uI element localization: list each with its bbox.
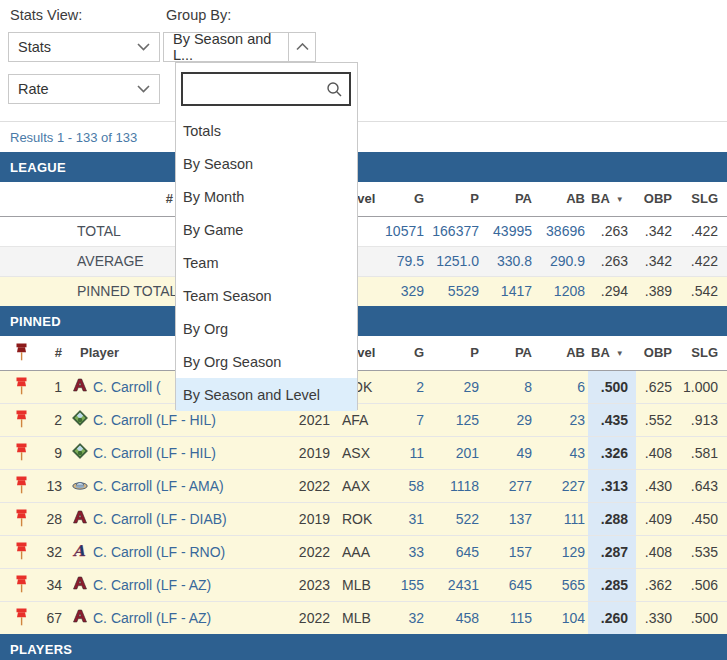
menu-item-by-season-and-level[interactable]: By Season and Level	[176, 378, 357, 411]
stat-ab[interactable]: 1208	[535, 276, 588, 306]
menu-item-by-org-season[interactable]: By Org Season	[176, 345, 357, 378]
stat-p[interactable]: 1118	[427, 469, 482, 502]
column-header-slg[interactable]: SLG	[674, 336, 727, 370]
stat-p[interactable]: 201	[427, 436, 482, 469]
column-header-ab[interactable]: AB	[535, 182, 588, 216]
column-header-slg[interactable]: SLG	[674, 182, 727, 216]
menu-item-by-org[interactable]: By Org	[176, 312, 357, 345]
player-link[interactable]: C. Carroll (LF - AMA)	[93, 478, 224, 494]
stat-pa[interactable]: 330.8	[482, 246, 535, 276]
stat-g[interactable]: 329	[380, 276, 427, 306]
column-header-ab[interactable]: AB	[535, 336, 588, 370]
stat-ab[interactable]: 227	[535, 469, 588, 502]
group-by-collapse-button[interactable]	[288, 32, 316, 62]
stat-p[interactable]: 645	[427, 535, 482, 568]
menu-item-totals[interactable]: Totals	[176, 114, 357, 147]
column-header-obp[interactable]: OBP	[636, 336, 674, 370]
menu-item-team-season[interactable]: Team Season	[176, 279, 357, 312]
stat-p[interactable]: 1251.0	[427, 246, 482, 276]
stat-pa[interactable]: 137	[482, 502, 535, 535]
pin-cell	[0, 502, 42, 535]
stat-p[interactable]: 5529	[427, 276, 482, 306]
column-header-obp[interactable]: OBP	[636, 182, 674, 216]
stat-g[interactable]: 2	[380, 370, 427, 403]
stat-p[interactable]: 2431	[427, 568, 482, 601]
stat-pa[interactable]: 43995	[482, 216, 535, 246]
column-header-num[interactable]: #	[42, 336, 66, 370]
stat-g[interactable]: 58	[380, 469, 427, 502]
player-link[interactable]: C. Carroll (LF - DIAB)	[93, 511, 227, 527]
pin-icon[interactable]	[15, 542, 28, 558]
rate-select[interactable]: Rate	[8, 74, 160, 104]
stats-view-select[interactable]: Stats	[8, 32, 160, 62]
player-link[interactable]: C. Carroll (LF - HIL)	[93, 412, 216, 428]
column-header-num[interactable]: #	[0, 182, 180, 216]
pin-icon[interactable]	[15, 608, 28, 624]
stat-pa[interactable]: 277	[482, 469, 535, 502]
stat-g[interactable]: 11	[380, 436, 427, 469]
stat-slg: .581	[674, 436, 727, 469]
stat-g[interactable]: 155	[380, 568, 427, 601]
stat-pa[interactable]: 157	[482, 535, 535, 568]
player-link[interactable]: C. Carroll (LF - AZ)	[93, 610, 211, 626]
stat-pa[interactable]: 49	[482, 436, 535, 469]
pin-icon[interactable]	[15, 509, 28, 525]
pin-icon[interactable]	[15, 443, 28, 459]
stat-ba: .285	[588, 568, 636, 601]
column-header-pa[interactable]: PA	[482, 336, 535, 370]
stat-ab[interactable]: 290.9	[535, 246, 588, 276]
player-link[interactable]: C. Carroll (	[93, 379, 161, 395]
menu-item-by-month[interactable]: By Month	[176, 180, 357, 213]
stat-ab[interactable]: 104	[535, 601, 588, 634]
stat-ab[interactable]: 38696	[535, 216, 588, 246]
stat-p[interactable]: 522	[427, 502, 482, 535]
stat-pa[interactable]: 8	[482, 370, 535, 403]
stat-ab[interactable]: 43	[535, 436, 588, 469]
results-count: Results 1 - 133 of 133	[10, 130, 137, 145]
player-link[interactable]: C. Carroll (LF - HIL)	[93, 445, 216, 461]
stat-ab[interactable]: 565	[535, 568, 588, 601]
pin-icon[interactable]	[15, 575, 28, 591]
group-by-select[interactable]: By Season and L...	[163, 32, 289, 62]
team-logo	[72, 476, 88, 495]
stat-pa[interactable]: 1417	[482, 276, 535, 306]
pin-icon[interactable]	[15, 410, 28, 426]
column-header-g[interactable]: G	[380, 336, 427, 370]
stat-p[interactable]: 29	[427, 370, 482, 403]
stat-pa[interactable]: 115	[482, 601, 535, 634]
menu-item-by-season[interactable]: By Season	[176, 147, 357, 180]
column-header-ba[interactable]: BA▼	[588, 336, 636, 370]
column-header-pin[interactable]	[0, 336, 42, 370]
stat-obp: .362	[636, 568, 674, 601]
menu-item-team[interactable]: Team	[176, 246, 357, 279]
stat-pa[interactable]: 645	[482, 568, 535, 601]
stat-g[interactable]: 31	[380, 502, 427, 535]
column-header-pa[interactable]: PA	[482, 182, 535, 216]
chevron-up-icon	[296, 43, 309, 51]
column-header-p[interactable]: P	[427, 336, 482, 370]
stat-g[interactable]: 33	[380, 535, 427, 568]
stat-p[interactable]: 166377	[427, 216, 482, 246]
stat-ab[interactable]: 129	[535, 535, 588, 568]
column-header-p[interactable]: P	[427, 182, 482, 216]
stat-g[interactable]: 79.5	[380, 246, 427, 276]
stat-p[interactable]: 458	[427, 601, 482, 634]
stat-ab[interactable]: 23	[535, 403, 588, 436]
column-header-ba[interactable]: BA▼	[588, 182, 636, 216]
pin-icon[interactable]	[15, 476, 28, 492]
stat-ba: .288	[588, 502, 636, 535]
column-header-g[interactable]: G	[380, 182, 427, 216]
pin-cell	[0, 370, 42, 403]
stat-ab[interactable]: 6	[535, 370, 588, 403]
league-row: AVERAGE79.51251.0330.8290.9.263.342.422	[0, 246, 727, 276]
stat-g[interactable]: 32	[380, 601, 427, 634]
player-link[interactable]: C. Carroll (LF - AZ)	[93, 577, 211, 593]
stat-p[interactable]: 125	[427, 403, 482, 436]
stat-pa[interactable]: 29	[482, 403, 535, 436]
pin-icon[interactable]	[15, 377, 28, 393]
stat-g[interactable]: 10571	[380, 216, 427, 246]
player-link[interactable]: C. Carroll (LF - RNO)	[93, 544, 225, 560]
stat-ab[interactable]: 111	[535, 502, 588, 535]
menu-item-by-game[interactable]: By Game	[176, 213, 357, 246]
stat-g[interactable]: 7	[380, 403, 427, 436]
